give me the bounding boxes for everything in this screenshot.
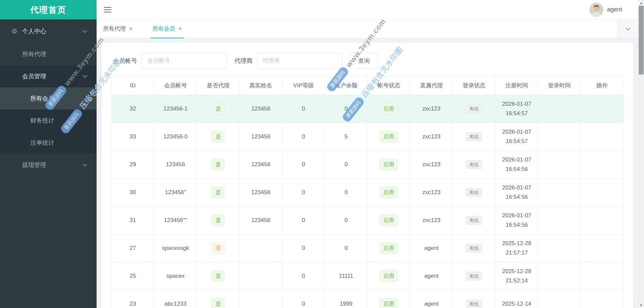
status-tag: 离线 [466,104,482,113]
cell-account: abc1233 [154,290,197,308]
sidebar: 代理首页 ⚙ 个人中心 所有代理 会员管理 所有会员 财务统计 注单统计 提现管… [0,0,97,308]
sidebar-item-label: 注单统计 [30,139,54,147]
cell-account: spacexsgk [154,234,197,262]
cell-real_name: 123456 [239,179,282,207]
column-header: 登录状态 [453,76,495,95]
scrollbar[interactable]: ▲ ▼ [638,0,644,308]
cell-agent_tag: 是 [197,262,239,290]
member-account-label: 会员帐号 [113,57,137,65]
cell-login [538,207,581,234]
username: agent [607,6,622,13]
chevron-down-icon [83,162,87,167]
cell-login [538,290,581,308]
content-card: 会员帐号 代理商 查询 ID会员帐号是否代理真实姓名VIP等级账户余额帐号状态直… [102,43,633,308]
status-tag: 离线 [466,160,482,169]
table-row: 27spacexsgk否00启用agent离线2025-12-2821:57:1… [112,234,624,262]
cell-online: 离线 [453,290,495,308]
scroll-down-icon[interactable]: ▼ [638,302,644,308]
status-tag: 启用 [380,103,398,115]
menu-toggle-button[interactable] [104,5,111,14]
cell-agent_tag: 是 [197,95,239,123]
close-icon[interactable]: × [129,26,132,32]
cell-online: 离线 [453,179,495,207]
cell-agent_tag: 是 [197,123,239,151]
cell-vip: 0 [282,151,325,179]
table-row: 32123456-1是12345600启用zxc123离线2026-01-071… [112,95,624,123]
chevron-down-icon [626,26,630,30]
table-row: 25spacex是011111启用agent离线2025-12-2821:52:… [112,262,624,290]
status-tag: 离线 [466,216,482,225]
sidebar-item-label: 会员管理 [22,72,46,80]
column-header: 会员帐号 [154,76,197,95]
sidebar-item-all-members[interactable]: 所有会员 [0,87,97,109]
status-tag: 是 [212,103,224,115]
cell-vip: 0 [282,179,325,207]
sidebar-item-personal-center[interactable]: ⚙ 个人中心 [0,19,97,43]
sidebar-item-label: 所有会员 [30,94,54,102]
tabs-dropdown-button[interactable] [618,19,638,38]
status-tag: 是 [212,270,224,282]
tab-all-agents[interactable]: 所有代理 × [101,19,134,38]
status-tag: 是 [212,187,224,198]
cell-id: 32 [112,95,154,123]
cell-account: 123456" [154,179,197,207]
scroll-up-icon[interactable]: ▲ [638,0,644,6]
status-tag: 是 [212,298,224,308]
sidebar-item-member-management[interactable]: 会员管理 [0,65,97,87]
cell-reg: 2026-01-0716:54:57 [495,95,538,123]
sidebar-item-all-agents[interactable]: 所有代理 [0,43,97,65]
tab-label: 所有代理 [103,25,126,33]
agent-label: 代理商 [234,57,253,65]
cell-real_name [239,234,282,262]
cell-account: 123456-1 [154,95,197,123]
cell-parent: zxc123 [410,151,453,179]
search-button[interactable]: 查询 [350,53,378,69]
status-tag: 启用 [380,215,398,226]
sidebar-item-withdraw-management[interactable]: 提现管理 [0,154,97,176]
cell-op [581,95,623,123]
column-header: 是否代理 [197,76,239,95]
sidebar-nav: ⚙ 个人中心 所有代理 会员管理 所有会员 财务统计 注单统计 提现管理 [0,19,97,176]
avatar-image [589,3,603,17]
member-account-input[interactable] [142,53,227,69]
sidebar-item-label: 财务统计 [30,117,54,125]
cell-id: 29 [112,151,154,179]
cell-agent_tag: 是 [197,290,239,308]
cell-vip: 0 [282,262,325,290]
avatar[interactable] [589,3,603,17]
sidebar-item-finance-stats[interactable]: 财务统计 [0,109,97,132]
column-header: 真实姓名 [239,76,282,95]
scrollbar-thumb[interactable] [639,6,644,75]
cell-online: 离线 [453,207,495,234]
tab-all-members[interactable]: 所有会员 × [151,19,183,38]
cell-parent: zxc123 [410,95,453,123]
cell-parent: agent [410,290,453,308]
cell-op [581,179,623,207]
tab-bar: 所有代理 × 所有会员 × [97,19,638,38]
cell-balance: 5 [325,123,367,151]
cell-login [538,95,581,123]
cell-login [538,151,581,179]
cell-status: 启用 [367,151,410,179]
cell-real_name: 123456 [239,123,282,151]
main-area: agent 所有代理 × 所有会员 × 会员帐号 代理商 查询 ID会员帐号是否… [97,0,638,308]
cell-online: 离线 [453,234,495,262]
cell-id: 23 [112,290,154,308]
user-menu[interactable]: agent [589,3,622,17]
sidebar-item-label: 所有代理 [22,50,46,58]
agent-input[interactable] [257,53,342,69]
cell-op [581,290,623,308]
sidebar-item-label: 提现管理 [22,161,46,169]
cell-op [581,262,623,290]
status-tag: 是 [212,131,224,142]
close-icon[interactable]: × [178,26,181,32]
cell-vip: 0 [282,207,325,234]
cell-status: 启用 [367,207,410,234]
cell-balance: 0 [325,95,367,123]
cell-reg: 2026-01-0716:54:56 [495,179,538,207]
cell-balance: 0 [325,234,367,262]
sidebar-item-bet-stats[interactable]: 注单统计 [0,132,97,154]
table-row: 30123456"是12345600启用zxc123离线2026-01-0716… [112,179,624,207]
gear-icon: ⚙ [11,28,17,35]
cell-balance: 11111 [325,262,367,290]
